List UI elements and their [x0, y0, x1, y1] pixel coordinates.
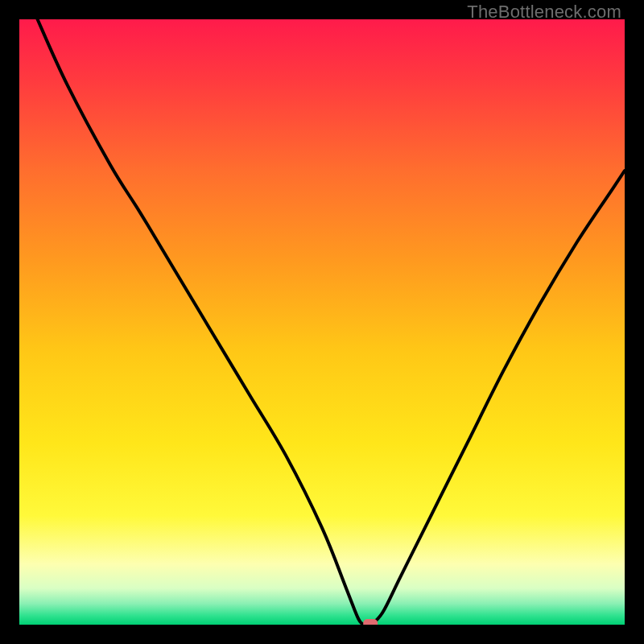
chart-frame [19, 19, 625, 625]
bottleneck-chart [19, 19, 625, 625]
chart-background [19, 19, 625, 625]
watermark-text: TheBottleneck.com [467, 2, 621, 23]
optimal-point-marker [363, 619, 378, 625]
